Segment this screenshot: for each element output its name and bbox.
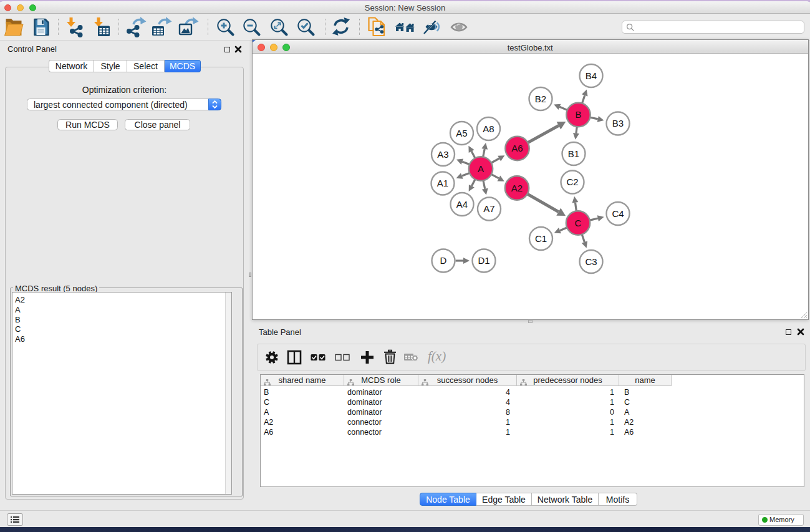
svg-text:C3: C3 xyxy=(585,256,597,267)
svg-text:B2: B2 xyxy=(534,94,546,104)
svg-text:A5: A5 xyxy=(456,128,467,138)
svg-text:A2: A2 xyxy=(511,183,522,193)
svg-text:B1: B1 xyxy=(567,148,579,159)
svg-text:B: B xyxy=(575,109,581,120)
svg-text:B3: B3 xyxy=(612,118,623,128)
svg-text:A6: A6 xyxy=(511,143,523,153)
svg-text:A7: A7 xyxy=(483,203,494,214)
svg-text:C4: C4 xyxy=(612,208,624,219)
svg-text:A: A xyxy=(477,163,483,174)
svg-text:A3: A3 xyxy=(437,149,448,160)
svg-text:A4: A4 xyxy=(456,199,467,210)
svg-text:C1: C1 xyxy=(534,233,546,244)
svg-text:A1: A1 xyxy=(436,178,448,188)
svg-text:D1: D1 xyxy=(478,255,489,266)
svg-text:D: D xyxy=(440,255,446,266)
svg-text:C2: C2 xyxy=(566,177,578,187)
svg-text:A8: A8 xyxy=(483,123,494,134)
svg-text:C: C xyxy=(574,218,581,228)
svg-text:B4: B4 xyxy=(585,70,596,81)
